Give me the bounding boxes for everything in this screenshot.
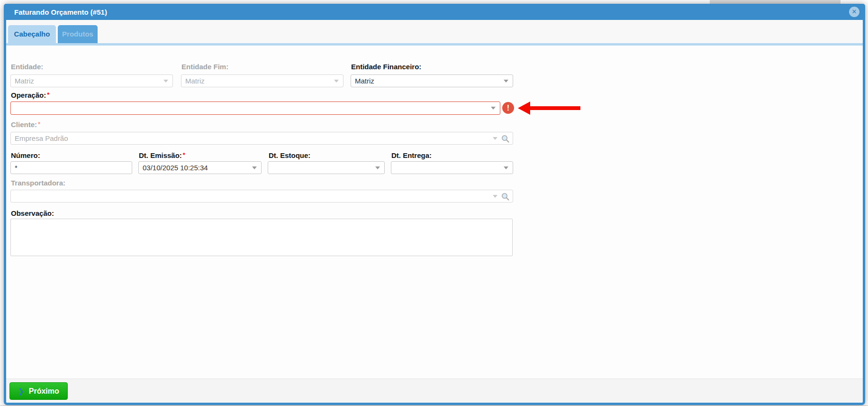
transportadora-label: Transportadora: xyxy=(11,179,65,187)
error-exclamation-icon: ! xyxy=(502,102,514,114)
operacao-label: Operação:* xyxy=(11,91,49,99)
entidade-fim-label: Entidade Fim: xyxy=(181,63,228,71)
annotation-arrow-left-icon xyxy=(518,102,580,115)
proximo-button-label: Próximo xyxy=(29,387,59,396)
observacao-label: Observação: xyxy=(11,209,54,217)
entidade-financeiro-label: Entidade Financeiro: xyxy=(351,63,421,71)
search-icon xyxy=(501,193,509,201)
caret-down-icon xyxy=(334,80,339,83)
cliente-combobox: Empresa Padrão xyxy=(10,132,513,145)
tab-produtos[interactable]: Produtos xyxy=(58,25,98,43)
entidade-financeiro-combobox[interactable]: Matriz xyxy=(351,74,513,87)
entidade-fim-value: Matriz xyxy=(185,77,205,85)
observacao-textarea[interactable] xyxy=(10,219,513,256)
entidade-value: Matriz xyxy=(15,77,34,85)
caret-down-icon xyxy=(493,137,497,140)
entidade-label: Entidade: xyxy=(11,63,43,71)
caret-down-icon xyxy=(491,107,496,110)
transportadora-combobox xyxy=(10,190,513,203)
proximo-button[interactable]: ❯ Próximo xyxy=(9,382,68,400)
dialog-footer: ❯ Próximo xyxy=(6,378,863,403)
dt-entrega-label: Dt. Entrega: xyxy=(391,151,432,159)
faturando-orcamento-dialog: Faturando Orçamento (#51) ✕ Cabeçalho Pr… xyxy=(4,4,865,405)
dt-emissao-value: 03/10/2025 10:25:34 xyxy=(143,164,208,172)
caret-down-icon xyxy=(163,80,168,83)
caret-down-icon xyxy=(375,166,380,169)
entidade-financeiro-value: Matriz xyxy=(355,77,374,85)
dt-estoque-datepicker[interactable] xyxy=(268,161,385,174)
caret-down-icon xyxy=(252,166,257,169)
tab-cabecalho[interactable]: Cabeçalho xyxy=(8,25,56,43)
caret-down-icon xyxy=(504,80,508,83)
page-behind-fragment xyxy=(710,0,841,4)
tab-strip: Cabeçalho Produtos xyxy=(6,20,863,46)
dialog-titlebar: Faturando Orçamento (#51) ✕ xyxy=(4,4,865,20)
close-icon[interactable]: ✕ xyxy=(849,7,859,17)
cliente-label: Cliente:* xyxy=(11,120,40,129)
search-icon xyxy=(501,135,509,143)
chevron-right-icon: ❯ xyxy=(18,387,24,396)
entidade-combobox: Matriz xyxy=(10,74,173,87)
caret-down-icon xyxy=(493,195,497,198)
entidade-fim-combobox: Matriz xyxy=(181,74,344,87)
required-asterisk: * xyxy=(183,151,185,158)
dt-emissao-label: Dt. Emissão:* xyxy=(139,151,185,159)
caret-down-icon xyxy=(504,166,508,169)
numero-input[interactable] xyxy=(10,161,132,174)
dt-estoque-label: Dt. Estoque: xyxy=(269,151,310,159)
dt-entrega-datepicker[interactable] xyxy=(391,161,513,174)
dialog-title: Faturando Orçamento (#51) xyxy=(14,8,107,16)
required-asterisk: * xyxy=(47,91,49,98)
numero-label: Número: xyxy=(11,151,40,159)
operacao-combobox[interactable] xyxy=(10,102,500,115)
cliente-value: Empresa Padrão xyxy=(15,134,68,142)
form-cabecalho: Entidade: Matriz Entidade Fim: Matriz En… xyxy=(6,46,863,378)
dt-emissao-datepicker[interactable]: 03/10/2025 10:25:34 xyxy=(138,161,262,174)
required-asterisk: * xyxy=(38,120,40,128)
